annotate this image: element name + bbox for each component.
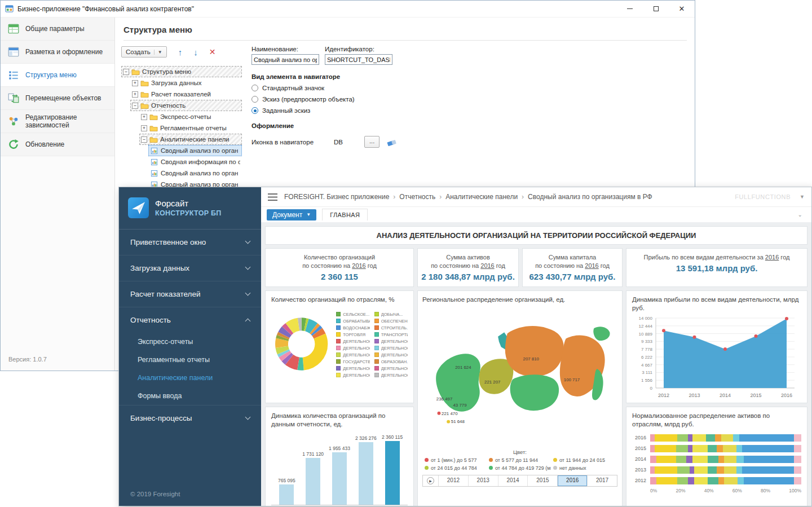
timeline-year-2013[interactable]: 2013	[469, 475, 498, 486]
stacked-bar[interactable]	[650, 456, 801, 463]
map-region[interactable]	[510, 374, 559, 411]
sidebar-item-5[interactable]: Редактирование зависимостей	[1, 110, 114, 133]
expand-icon[interactable]: +	[141, 125, 147, 131]
svg-text:2016: 2016	[781, 393, 792, 398]
bar[interactable]	[279, 484, 294, 505]
kpi-year-link[interactable]: 2016	[585, 262, 598, 269]
collapse-icon[interactable]: −	[132, 103, 138, 109]
breadcrumb-item[interactable]: FORESIGHT. Бизнес приложение	[284, 193, 389, 201]
maximize-button[interactable]	[643, 1, 669, 17]
web-submenu-item[interactable]: Аналитические панели	[119, 369, 261, 387]
web-submenu-item[interactable]: Экспресс-отчеты	[119, 333, 261, 351]
expand-icon[interactable]: +	[132, 91, 138, 98]
browse-button[interactable]: ...	[364, 136, 379, 148]
collapse-chevron-icon[interactable]: ⌄	[798, 211, 802, 218]
data-point-marker[interactable]	[785, 316, 788, 320]
delete-icon[interactable]: ✕	[209, 48, 216, 56]
user-label[interactable]: FULLFUNCTIONB	[735, 193, 791, 200]
data-point-marker[interactable]	[662, 329, 665, 332]
kpi-year-link[interactable]: 2016	[352, 262, 365, 269]
user-chevron-down-icon[interactable]: ▼	[800, 194, 805, 200]
svg-text:10 889: 10 889	[639, 331, 653, 336]
web-submenu-item[interactable]: Регламентные отчеты	[119, 351, 261, 369]
view-radio-option-3[interactable]: Заданный эскиз	[251, 107, 443, 114]
map-legend-item[interactable]: от 24 015 до 44 784	[425, 465, 487, 471]
web-menu-item[interactable]: Бизнес-процессы	[119, 405, 261, 431]
kpi-year-link[interactable]: 2016	[480, 262, 494, 269]
view-radio-option-2[interactable]: Эскиз (предпросмотр объекта)	[251, 96, 443, 103]
view-radio-option-1[interactable]: Стандартный значок	[251, 85, 443, 91]
stacked-bar[interactable]	[650, 477, 801, 484]
radio-checked-icon[interactable]	[251, 107, 258, 114]
tree-node[interactable]: +Экспресс-отчеты	[139, 111, 242, 122]
sidebar-item-1[interactable]: Общие параметры	[1, 17, 114, 41]
bar[interactable]	[385, 441, 400, 505]
breadcrumb-item[interactable]: Аналитические панели	[445, 193, 518, 201]
move-down-icon[interactable]: ↓	[193, 48, 198, 56]
identifier-input[interactable]	[325, 54, 392, 65]
data-point-marker[interactable]	[723, 347, 727, 350]
sidebar-item-2[interactable]: Разметка и оформление	[1, 41, 114, 64]
bar[interactable]	[306, 458, 320, 505]
tree-node[interactable]: −Структура меню	[121, 66, 242, 77]
hamburger-menu-icon[interactable]	[268, 193, 277, 201]
document-button[interactable]: Документ ▼	[267, 209, 316, 221]
kpi-row: Количество организацийпо состоянию на 20…	[265, 248, 807, 287]
name-input[interactable]	[251, 54, 319, 65]
map-legend-item[interactable]: от 1 (мин.) до 5 577	[425, 457, 487, 463]
map-legend-item[interactable]: от 5 577 до 11 944	[489, 457, 551, 463]
breadcrumb-item[interactable]: Сводный анализ по организациям в РФ	[528, 193, 652, 201]
radio-icon[interactable]	[251, 85, 258, 91]
expand-icon[interactable]: +	[132, 80, 138, 86]
tree-node[interactable]: Сводный анализ по орган	[148, 167, 242, 179]
play-button[interactable]: ▶	[423, 475, 439, 486]
region-value-label: 100 717	[564, 377, 580, 382]
bar[interactable]	[332, 452, 347, 505]
timeline-year-2016[interactable]: 2016	[558, 475, 588, 486]
map-region[interactable]	[593, 327, 610, 341]
move-up-icon[interactable]: ↑	[178, 48, 183, 56]
radio-icon[interactable]	[251, 96, 258, 103]
map-legend-item[interactable]: нет данных	[553, 465, 615, 471]
tree-node[interactable]: +Расчет показателей	[130, 89, 242, 100]
tree-node[interactable]: +Регламентные отчеты	[139, 122, 242, 134]
expand-icon[interactable]: +	[141, 114, 147, 120]
web-menu-item[interactable]: Расчет показателей	[119, 281, 261, 307]
breadcrumb-item[interactable]: Отчетность	[399, 193, 435, 201]
tree-node[interactable]: +Загрузка данных	[130, 77, 242, 89]
stacked-row: 2015	[632, 445, 801, 452]
timeline-year-2017[interactable]: 2017	[588, 475, 617, 486]
minimize-button[interactable]	[617, 1, 643, 17]
web-submenu-item[interactable]: Формы ввода	[119, 387, 261, 405]
web-menu-item[interactable]: Приветственное окно	[119, 230, 261, 255]
map-legend-item[interactable]: от 11 944 до 24 015	[553, 457, 615, 463]
web-menu-item[interactable]: Загрузка данных	[119, 255, 261, 281]
tree-node[interactable]: −Аналитические панели	[139, 134, 242, 145]
data-point-marker[interactable]	[754, 334, 758, 337]
stacked-bar[interactable]	[650, 434, 801, 442]
collapse-icon[interactable]: −	[123, 69, 129, 75]
stacked-bar[interactable]	[650, 466, 801, 474]
timeline-year-2012[interactable]: 2012	[439, 475, 469, 486]
sidebar-item-6[interactable]: Обновление	[1, 133, 114, 156]
bar[interactable]	[359, 442, 373, 505]
web-menu-item[interactable]: Отчетность	[119, 307, 261, 333]
timeline-year-2015[interactable]: 2015	[528, 475, 558, 486]
data-point-marker[interactable]	[693, 335, 696, 338]
tree-node[interactable]: Сводный анализ по орган	[148, 145, 242, 156]
sidebar-item-4[interactable]: Перемещение объектов	[1, 87, 114, 110]
create-button[interactable]: Создать ▼	[121, 46, 167, 58]
map-region[interactable]	[505, 326, 564, 377]
timeline-year-2014[interactable]: 2014	[498, 475, 528, 486]
tab-main[interactable]: ГЛАВНАЯ	[322, 209, 368, 221]
stacked-bar[interactable]	[650, 445, 801, 452]
close-button[interactable]: ✕	[669, 1, 695, 17]
collapse-icon[interactable]: −	[141, 136, 147, 143]
eraser-icon[interactable]	[386, 138, 398, 147]
map-legend-item[interactable]: от 44 784 до 419 729 (макс.)	[489, 465, 551, 471]
tree-node[interactable]: −Отчетность	[130, 100, 242, 111]
map-region[interactable]	[479, 359, 513, 394]
kpi-year-link[interactable]: 2016	[765, 254, 779, 261]
sidebar-item-3[interactable]: Структура меню	[1, 64, 114, 87]
tree-node[interactable]: Сводная информация по о	[148, 156, 242, 167]
